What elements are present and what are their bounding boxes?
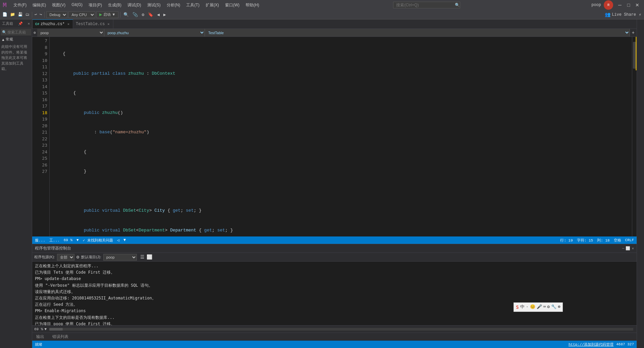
main-content: 工具箱 📌 ✕ 🔍 ▲ 常规 此组中没有可用的控件。将某项拖至此文本可将其添加到…: [0, 19, 644, 348]
menu-project[interactable]: 项目(P): [86, 2, 105, 9]
pmc-dock-icon[interactable]: ⬜: [626, 246, 630, 251]
toolbox-pin-icon[interactable]: 📌: [18, 21, 23, 26]
pmc-collapse-icon[interactable]: ─: [622, 247, 625, 251]
right-strip: 服务器资源管理器: [637, 19, 644, 348]
menu-tools[interactable]: 工具(T): [183, 2, 202, 9]
bottom-tab-output[interactable]: 输出: [32, 333, 48, 340]
menu-edit[interactable]: 编辑(E): [30, 2, 49, 9]
pmc-settings-icon[interactable]: ⚙: [76, 254, 79, 260]
menu-view[interactable]: 视图(V): [49, 2, 68, 9]
app-status-url[interactable]: http://添加到源代码管理: [569, 342, 613, 347]
pmc-horizontal-scrollbar[interactable]: [49, 328, 633, 331]
app-status-ready: 就绪: [35, 342, 42, 347]
toolbox-search-input[interactable]: [7, 30, 30, 34]
path-add-btn[interactable]: +: [630, 30, 637, 36]
pmc-source-dropdown[interactable]: 全部: [57, 254, 74, 261]
title-search-input[interactable]: [393, 2, 460, 8]
ime-more[interactable]: ⊕: [558, 303, 560, 310]
redo-icon[interactable]: ↪: [39, 11, 43, 18]
title-bar: M 文件(F) 编辑(E) 视图(V) Git(G) 项目(P) 生成(B) 调…: [0, 0, 644, 10]
menu-help[interactable]: 帮助(H): [243, 2, 262, 9]
maximize-button[interactable]: □: [625, 1, 633, 9]
menu-extensions[interactable]: 扩展(X): [203, 2, 222, 9]
new-file-icon[interactable]: 📄: [1, 11, 8, 18]
pmc-line-1: 正在检查上个人划定的某些程序...: [35, 263, 634, 269]
platform-dropdown[interactable]: Any CPU: [68, 11, 95, 18]
toolbar-icon4[interactable]: 🔖: [147, 11, 155, 18]
status-no-issues[interactable]: ✓ 未找到相关问题: [83, 238, 113, 243]
toolbox-section-header[interactable]: ▲ 常规: [0, 36, 32, 43]
live-share-label[interactable]: Live Share: [612, 12, 636, 17]
username-label: poop: [591, 3, 601, 7]
search-toolbar-icon[interactable]: 🔍: [122, 11, 130, 18]
menu-test[interactable]: 测试(S): [145, 2, 163, 9]
pmc-close-icon[interactable]: ✕: [632, 246, 634, 251]
ime-keyboard[interactable]: ⌨: [543, 303, 546, 310]
undo-icon[interactable]: ↩: [34, 11, 38, 18]
toolbar-icon3[interactable]: ⚙: [140, 11, 146, 18]
pmc-line-6: 正在应用自动迁移: 201081405325II_AutomaticMigrat…: [35, 295, 634, 301]
code-line-16: public virtual DbSet<Department> Departm…: [52, 227, 629, 234]
pmc-header: 程序包管理器控制台 ─ ⬜ ✕: [32, 244, 637, 253]
namespace-dropdown[interactable]: poop: [37, 29, 104, 37]
pmc-content[interactable]: 正在检查上个人划定的某些程序... 已为项目 Tets 使用 Code Firs…: [32, 262, 637, 325]
ime-dot[interactable]: ·: [526, 303, 529, 310]
line-num-18: 18: [38, 110, 47, 116]
editor-scrollbar[interactable]: [632, 37, 637, 236]
pmc-project-dropdown[interactable]: poop: [103, 254, 137, 261]
line-num-25: 25: [38, 155, 47, 162]
line-num-15: 15: [38, 90, 47, 96]
ime-filter[interactable]: 🔧: [551, 303, 556, 310]
ime-mic[interactable]: 🎤: [537, 303, 542, 310]
member-dropdown[interactable]: TestTable: [205, 29, 630, 37]
bottom-tab-error[interactable]: 错误列表: [48, 333, 72, 340]
status-sync-dropdown[interactable]: ▼: [123, 238, 126, 242]
run-button[interactable]: ▶ 启动 ▼: [96, 11, 118, 18]
menu-build[interactable]: 生成(B): [105, 2, 124, 9]
code-line-11: : base("name=zhuzhu"): [52, 129, 629, 136]
status-encoding[interactable]: CRLF: [625, 238, 634, 242]
pmc-format-icon[interactable]: ☰: [140, 254, 145, 260]
toolbar-icon5[interactable]: ◀: [156, 11, 161, 18]
tab-testtable-cs[interactable]: TestTable.cs ✕: [73, 19, 113, 28]
save-icon[interactable]: 💾: [17, 11, 24, 18]
debug-config-dropdown[interactable]: Debug: [46, 11, 67, 18]
pmc-zoom-dropdown[interactable]: ▼: [44, 327, 47, 331]
status-tools[interactable]: 工...: [49, 238, 60, 243]
tab-zhuzhu-cs[interactable]: C# zhuzhu.cs* ✕: [32, 19, 73, 28]
status-debug[interactable]: 服...: [35, 238, 45, 243]
collapse-icon: ▲: [1, 38, 5, 42]
pmc-clear-icon[interactable]: ⬜: [147, 254, 152, 260]
pmc-zoom-label[interactable]: 69 %: [34, 327, 43, 331]
menu-debug[interactable]: 调试(D): [125, 2, 144, 9]
status-space[interactable]: 空格: [614, 238, 621, 243]
ime-emoji[interactable]: 😊: [530, 303, 535, 310]
toolbox-close-icon[interactable]: ✕: [28, 21, 30, 26]
toolbox-title: 工具箱: [2, 21, 13, 26]
menu-file[interactable]: 文件(F): [11, 2, 29, 9]
tab1-close[interactable]: ✕: [67, 22, 70, 26]
status-sync-icon[interactable]: ◁: [117, 238, 119, 243]
code-content[interactable]: { public partial class zhuzhu : DbContex…: [50, 37, 632, 236]
toolbar-icon6[interactable]: ▶: [162, 11, 167, 18]
code-editor: 7 8 9 10 11 12 13 14 15 16 17 18 19 20 2…: [32, 37, 637, 236]
minimize-button[interactable]: ─: [616, 1, 624, 9]
menu-window[interactable]: 窗口(W): [222, 2, 242, 9]
class-dropdown[interactable]: poop.zhuzhu: [104, 29, 205, 37]
line-num-24: 24: [38, 149, 47, 155]
extension-icon[interactable]: ⚡: [637, 11, 643, 18]
open-file-icon[interactable]: 📁: [9, 11, 16, 18]
attach-icon[interactable]: 📎: [131, 11, 139, 18]
status-zoom[interactable]: 69 %: [64, 238, 72, 242]
line-num-26: 26: [38, 162, 47, 168]
menu-analyze[interactable]: 分析(N): [164, 2, 183, 9]
zoom-dropdown-icon[interactable]: ▼: [76, 238, 79, 242]
tab2-close[interactable]: ✕: [107, 22, 110, 26]
menu-git[interactable]: Git(G): [69, 2, 85, 9]
ime-cn[interactable]: 中: [520, 303, 525, 310]
ime-settings[interactable]: ⚙: [547, 303, 550, 310]
line-num-14: 14: [38, 83, 47, 90]
change-marker: [636, 37, 637, 70]
close-button[interactable]: ✕: [633, 1, 641, 9]
save-all-icon[interactable]: 🗂: [24, 11, 31, 18]
